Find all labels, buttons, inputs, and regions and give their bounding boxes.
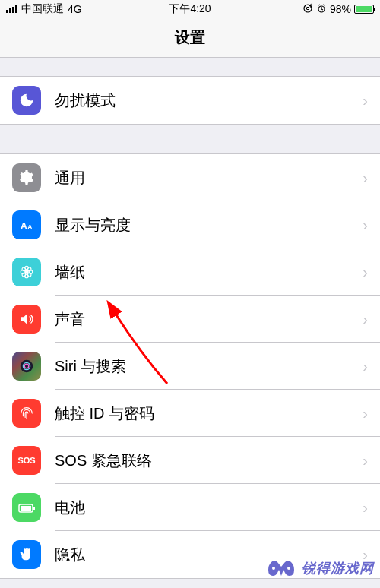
svg-text:A: A [21,220,27,232]
chevron-right-icon: › [363,452,368,469]
signal-icon [6,5,17,13]
row-battery[interactable]: 电池 › [0,484,380,531]
svg-rect-1 [306,7,309,9]
row-siri[interactable]: Siri 与搜索 › [0,343,380,390]
row-label: 勿扰模式 [55,90,363,111]
row-label: 电池 [55,498,363,518]
chevron-right-icon: › [363,358,368,375]
flower-icon [12,258,41,286]
chevron-right-icon: › [363,169,368,187]
status-time: 下午4:20 [169,2,211,16]
hand-icon [12,540,41,569]
row-label: Siri 与搜索 [55,356,363,377]
text-icon: AA [12,210,41,239]
row-label: SOS 紧急联络 [55,450,363,471]
svg-point-22 [272,567,275,570]
chevron-right-icon: › [363,311,368,328]
svg-text:A: A [27,223,33,231]
section-spacer [0,125,380,153]
chevron-right-icon: › [363,217,368,234]
gear-icon [12,163,41,192]
chevron-right-icon: › [363,499,368,517]
row-label: 触控 ID 与密码 [55,403,363,424]
rotation-lock-icon [302,3,313,16]
sound-icon [12,305,41,334]
moon-icon [12,86,41,115]
svg-rect-19 [33,507,35,510]
battery-icon [12,493,41,522]
row-display[interactable]: AA 显示与亮度 › [0,201,380,248]
list-group-2: 通用 › AA 显示与亮度 › 墙纸 › 声音 › Siri 与搜索 › [0,153,380,579]
watermark-logo-icon [265,555,297,582]
row-general[interactable]: 通用 › [0,154,380,201]
svg-point-23 [287,567,290,570]
row-label: 墙纸 [55,262,363,283]
row-label: 声音 [55,309,363,330]
row-sos[interactable]: SOS SOS 紧急联络 › [0,437,380,484]
list-group-1: 勿扰模式 › [0,76,380,125]
chevron-right-icon: › [363,405,368,422]
chevron-right-icon: › [363,92,368,109]
svg-point-14 [21,360,33,373]
status-right: 98% [302,3,374,16]
watermark-text: 锐得游戏网 [302,559,374,577]
carrier-label: 中国联通 [21,2,64,16]
svg-text:SOS: SOS [17,456,35,465]
network-label: 4G [68,3,82,15]
battery-status-icon [354,5,374,14]
row-label: 显示与亮度 [55,215,363,236]
siri-icon [12,352,41,381]
row-touchid[interactable]: 触控 ID 与密码 › [0,390,380,437]
svg-rect-20 [21,506,31,511]
fingerprint-icon [12,399,41,428]
alarm-icon [316,3,327,16]
status-bar: 中国联通 4G 下午4:20 98% [0,0,380,18]
watermark: 锐得游戏网 [265,555,374,582]
page-title: 设置 [175,27,205,48]
status-left: 中国联通 4G [6,2,82,16]
sos-icon: SOS [12,446,41,475]
row-wallpaper[interactable]: 墙纸 › [0,248,380,296]
section-spacer [0,58,380,76]
battery-pct: 98% [330,3,351,15]
row-do-not-disturb[interactable]: 勿扰模式 › [0,77,380,124]
row-label: 通用 [55,168,363,188]
row-sound[interactable]: 声音 › [0,296,380,343]
chevron-right-icon: › [363,264,368,281]
nav-bar: 设置 [0,18,380,58]
